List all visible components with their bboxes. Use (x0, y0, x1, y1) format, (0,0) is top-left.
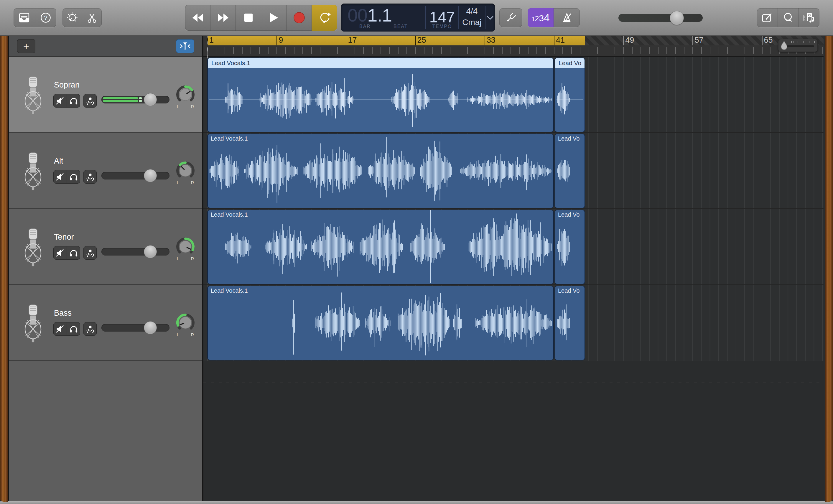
pan-knob[interactable]: L R (174, 83, 197, 109)
solo-button[interactable] (67, 94, 80, 107)
playhead[interactable] (207, 35, 208, 58)
pan-knob[interactable]: L R (174, 160, 197, 185)
track-volume-slider[interactable] (101, 324, 169, 332)
audio-region-bass-2[interactable]: Lead Vo (554, 286, 585, 360)
mute-solo-group (53, 170, 80, 184)
rewind-button[interactable] (185, 5, 210, 31)
library-button[interactable] (14, 8, 35, 27)
input-monitoring-icon (86, 249, 95, 257)
track-volume-slider[interactable] (101, 172, 169, 179)
track-name[interactable]: Alt (54, 157, 63, 166)
level-peak (139, 100, 142, 102)
input-monitoring-button[interactable] (84, 322, 97, 336)
input-monitoring-button[interactable] (84, 94, 97, 107)
lcd-tempo-section[interactable]: 147 TEMPO (426, 3, 459, 31)
track-name[interactable]: Bass (54, 309, 72, 318)
track-header-alt[interactable]: Alt L R (9, 133, 202, 209)
mute-button[interactable] (53, 246, 67, 260)
stop-button[interactable] (236, 5, 261, 31)
master-volume-slider[interactable] (618, 14, 703, 22)
cycle-region-band[interactable] (207, 35, 585, 45)
waveform (208, 286, 553, 360)
mute-button[interactable] (53, 94, 67, 107)
track-volume-knob[interactable] (144, 169, 157, 182)
track-volume-knob[interactable] (144, 93, 157, 106)
lcd-key-section[interactable]: 4/4 Cmaj (459, 3, 485, 31)
svg-text:R: R (191, 256, 194, 261)
waveform (555, 286, 585, 360)
cycle-button[interactable] (312, 5, 337, 31)
lcd-position-section[interactable]: 001.1 BAR BEAT (341, 3, 425, 31)
track-instrument-image (21, 228, 45, 268)
pan-knob-dial: L R (174, 83, 197, 109)
media-browser-button[interactable] (799, 8, 819, 27)
lcd-display[interactable]: 001.1 BAR BEAT 147 TEMPO 4/4 Cmaj (341, 3, 495, 31)
smart-controls-button[interactable] (63, 8, 82, 27)
track-name[interactable]: Tenor (54, 233, 74, 242)
editors-button[interactable] (82, 8, 102, 27)
add-track-button[interactable]: + (17, 39, 35, 53)
metronome-button[interactable] (553, 8, 580, 27)
track-volume-slider[interactable] (101, 248, 169, 256)
waveform (208, 134, 553, 208)
audio-region-tenor-2[interactable]: Lead Vo (554, 210, 585, 284)
region-title-bar[interactable]: Lead Vocals.1 (208, 58, 553, 68)
master-volume-knob[interactable] (670, 11, 684, 25)
lcd-mode-chevron[interactable] (485, 3, 495, 31)
pan-knob[interactable]: L R (174, 312, 197, 337)
track-header-tenor[interactable]: Tenor L R (9, 209, 202, 285)
toolbar: ? (0, 0, 833, 36)
play-icon (269, 13, 278, 23)
track-volume-knob[interactable] (144, 321, 157, 334)
track-volume-knob[interactable] (144, 245, 157, 258)
audio-region-bass-1[interactable]: Lead Vocals.1 (207, 286, 554, 360)
lcd-tempo-label: TEMPO (432, 24, 452, 29)
ruler-bar-number: 65 (764, 36, 773, 45)
transport-group (185, 5, 337, 31)
waveform (208, 58, 553, 132)
loop-browser-button[interactable] (778, 8, 799, 27)
track-name[interactable]: Sopran (54, 80, 79, 90)
notepad-button[interactable] (757, 8, 778, 27)
track-zoom-filter-button[interactable] (176, 39, 194, 53)
play-button[interactable] (261, 5, 286, 31)
level-meter-right (103, 100, 138, 102)
track-header-bass[interactable]: Bass L R (9, 285, 202, 361)
solo-headphones-icon (69, 249, 78, 257)
region-title-bar[interactable]: Lead Vo (555, 58, 585, 68)
audio-region-alt-1[interactable]: Lead Vocals.1 (207, 134, 554, 208)
mute-button[interactable] (53, 322, 67, 336)
tuning-fork-icon (505, 13, 516, 23)
svg-text:?: ? (44, 15, 47, 21)
track-lanes: Lead Vocals.1Lead VoLead Vocals.1Lead Vo… (204, 57, 824, 361)
solo-button[interactable] (67, 170, 80, 184)
audio-region-sopran-2[interactable]: Lead Vo (554, 57, 585, 132)
count-in-button[interactable]: 1234 (528, 8, 553, 27)
zoom-slider-handle[interactable] (781, 41, 788, 51)
region-title: Lead Vo (558, 135, 579, 142)
pan-knob[interactable]: L R (174, 236, 197, 261)
tuner-button[interactable] (499, 8, 522, 27)
lcd-position-value: 1.1 (367, 5, 392, 25)
input-monitoring-button[interactable] (84, 170, 97, 184)
audio-region-sopran-1[interactable]: Lead Vocals.1 (207, 57, 554, 132)
input-monitoring-button[interactable] (84, 246, 97, 260)
audio-region-tenor-1[interactable]: Lead Vocals.1 (207, 210, 554, 284)
count-in-metronome-group: 1234 (528, 8, 580, 27)
bar-ruler[interactable]: 1 9 17 25 33 41 49 57 65 (204, 35, 824, 57)
region-title: Lead Vocals.1 (211, 135, 248, 142)
horizontal-zoom-slider[interactable] (778, 39, 818, 52)
cycle-loop-icon (318, 12, 331, 24)
mute-button[interactable] (53, 170, 67, 184)
fast-forward-button[interactable] (210, 5, 236, 31)
track-volume-slider[interactable] (101, 96, 169, 103)
record-button[interactable] (286, 5, 312, 31)
solo-button[interactable] (67, 246, 80, 260)
track-header-toolbar: + (9, 35, 202, 57)
audio-region-alt-2[interactable]: Lead Vo (554, 134, 585, 208)
svg-text:R: R (191, 332, 194, 337)
quick-help-button[interactable]: ? (35, 8, 56, 27)
solo-headphones-icon (69, 325, 78, 333)
track-header-sopran[interactable]: Sopran L R (9, 57, 202, 133)
solo-button[interactable] (67, 322, 80, 336)
